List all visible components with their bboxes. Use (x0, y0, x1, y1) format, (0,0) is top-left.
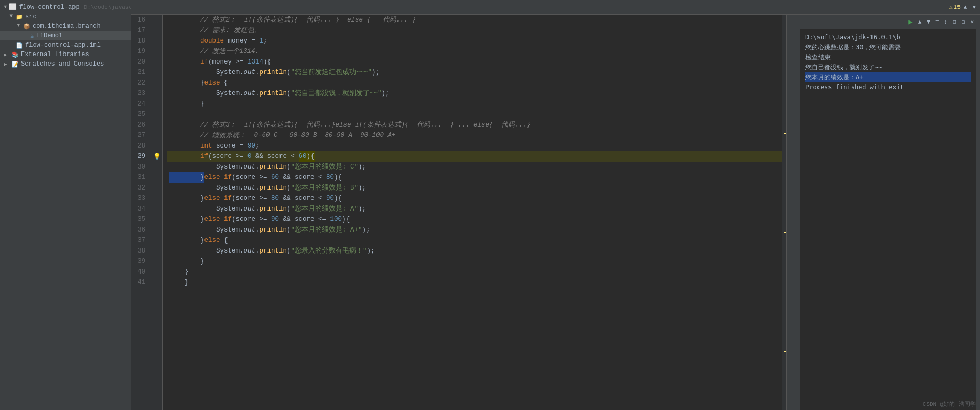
scroll-marker-2 (784, 232, 786, 233)
app-container: ▶ ⬜ flow-control-app D:\code\javasepro\f… (0, 0, 980, 410)
code-line-29: if (score >= 0 && score < 60 ){ (167, 151, 782, 162)
sidebar-item-ifdemo1[interactable]: ☕ IfDemo1 (0, 31, 131, 40)
gc-39 (152, 256, 162, 267)
project-label: flow-control-app (19, 4, 79, 11)
wrap-button[interactable]: ↕ (942, 18, 950, 26)
scratches-icon: 📝 (12, 61, 19, 68)
output-scrollbar[interactable] (976, 29, 980, 410)
code-line-36: System. out . println ( "您本月的绩效是: A+" ); (167, 225, 782, 235)
warning-badge[interactable]: ⚠ 15 (949, 4, 961, 10)
editor-gutter: 💡 (152, 15, 163, 410)
code-line-39: } (167, 256, 782, 267)
code-content[interactable]: // 格式2： if(条件表达式){ 代码... } else { 代码... … (163, 15, 782, 410)
gc-25 (152, 109, 162, 120)
external-libraries-label: External Libraries (21, 51, 89, 58)
code-line-27: // 绩效系统： 0-60 C 60-80 B 80-90 A 90-100 A… (167, 130, 782, 141)
sidebar-item-project[interactable]: ▶ ⬜ flow-control-app D:\code\javasepro\f… (0, 2, 131, 12)
sidebar-item-external-libraries[interactable]: ▶ 📚 External Libraries (0, 50, 131, 59)
gc-36 (152, 225, 162, 235)
code-line-34: System. out . println ( "您本月的绩效是: A" ); (167, 204, 782, 214)
code-line-22: } else { (167, 78, 782, 88)
editor-scrollbar[interactable] (782, 15, 786, 410)
watermark: CSDN @好的_浩同学 (923, 400, 976, 408)
gc-23 (152, 88, 162, 99)
gc-22 (152, 78, 162, 88)
warning-down-btn[interactable]: ▼ (970, 3, 978, 12)
gc-31 (152, 172, 162, 183)
package-icon: 📦 (23, 23, 30, 30)
gc-30 (152, 162, 162, 172)
code-line-40: } (167, 267, 782, 277)
output-line-process: Process finished with exit (805, 82, 971, 92)
ln-25: 25 (131, 109, 148, 120)
ln-20: 20 (131, 57, 148, 67)
editor-header: ⚠ 15 ▲ ▼ (131, 0, 980, 15)
clear-button[interactable]: ⊟ (951, 17, 959, 26)
ln-17: 17 (131, 25, 148, 36)
print-button[interactable]: ◻ (960, 17, 967, 26)
close-output-button[interactable]: ✕ (968, 17, 976, 26)
scroll-marker-3 (784, 351, 786, 352)
code-line-26: // 格式3： if(条件表达式){ 代码...}else if(条件表达式){… (167, 120, 782, 130)
code-line-37: } else { (167, 235, 782, 246)
code-line-41: } (167, 277, 782, 288)
code-line-32: System. out . println ( "您本月的绩效是: B" ); (167, 183, 782, 193)
gc-35 (152, 214, 162, 225)
scratches-arrow-icon: ▶ (4, 61, 9, 67)
src-folder-icon: 📁 (16, 14, 23, 20)
scroll-up-button[interactable]: ▲ (916, 18, 924, 26)
gc-26 (152, 120, 162, 130)
code-line-24: } (167, 99, 782, 109)
code-line-21: System. out . println ( "您当前发送红包成功~~~" )… (167, 67, 782, 78)
ln-24: 24 (131, 99, 148, 109)
output-panel: ▶ ▲ ▼ ≡ ↕ ⊟ ◻ ✕ D:\soft\Java\jdk-16.0.1\… (786, 15, 980, 410)
output-line-path: D:\soft\Java\jdk-16.0.1\b (805, 33, 971, 43)
code-line-19: // 发送一个1314. (167, 46, 782, 57)
gc-29: 💡 (152, 151, 162, 162)
code-line-28: int score = 99 ; (167, 141, 782, 151)
code-line-17: // 需求: 发红包。 (167, 25, 782, 36)
gc-17 (152, 25, 162, 36)
main-editor-area: ⚠ 15 ▲ ▼ 16 17 18 19 20 21 22 23 (131, 0, 980, 410)
ln-29: 29 (131, 151, 148, 162)
warning-up-btn[interactable]: ▲ (962, 3, 970, 12)
gc-33 (152, 193, 162, 204)
scratches-label: Scratches and Consoles (21, 60, 104, 68)
library-icon: 📚 (12, 51, 19, 58)
ln-16: 16 (131, 15, 148, 25)
output-side-toolbar (787, 29, 800, 410)
iml-file-icon: 📄 (16, 42, 23, 49)
gc-38 (152, 246, 162, 256)
line-numbers: 16 17 18 19 20 21 22 23 24 25 26 27 28 2… (131, 15, 152, 410)
output-line-3: 您自己都没钱，就别发了~~ (805, 62, 971, 72)
sidebar-item-scratches[interactable]: ▶ 📝 Scratches and Consoles (0, 59, 131, 69)
ln-21: 21 (131, 67, 148, 78)
project-sidebar: ▶ ⬜ flow-control-app D:\code\javasepro\f… (0, 0, 131, 410)
ln-32: 32 (131, 183, 148, 193)
package-label: com.itheima.branch (33, 23, 101, 30)
ln-38: 38 (131, 246, 148, 256)
editor-body: 16 17 18 19 20 21 22 23 24 25 26 27 28 2… (131, 15, 980, 410)
gc-28 (152, 141, 162, 151)
header-right: ⚠ 15 ▲ ▼ (949, 3, 980, 12)
run-button[interactable]: ▶ (906, 16, 914, 27)
ln-33: 33 (131, 193, 148, 204)
project-icon: ⬜ (9, 3, 17, 11)
scroll-down-button[interactable]: ▼ (924, 18, 932, 26)
gc-32 (152, 183, 162, 193)
ln-27: 27 (131, 130, 148, 141)
gc-37 (152, 235, 162, 246)
align-left-button[interactable]: ≡ (933, 18, 941, 26)
ln-35: 35 (131, 214, 148, 225)
sidebar-item-iml[interactable]: 📄 flow-control-app.iml (0, 40, 131, 50)
ln-26: 26 (131, 120, 148, 130)
warning-count: 15 (954, 4, 961, 10)
output-text-content: D:\soft\Java\jdk-16.0.1\b 您的心跳数据是：30，您可能… (800, 29, 976, 410)
sidebar-item-package[interactable]: ▶ 📦 com.itheima.branch (0, 22, 131, 31)
output-content-area: D:\soft\Java\jdk-16.0.1\b 您的心跳数据是：30，您可能… (787, 29, 980, 410)
project-arrow-icon: ▶ (3, 6, 8, 8)
output-line-4: 您本月的绩效是：A+ (805, 72, 971, 82)
code-line-16: // 格式2： if(条件表达式){ 代码... } else { 代码... … (167, 15, 782, 25)
code-line-20: if (money >= 1314 ){ (167, 57, 782, 67)
sidebar-item-src[interactable]: ▶ 📁 src (0, 12, 131, 22)
